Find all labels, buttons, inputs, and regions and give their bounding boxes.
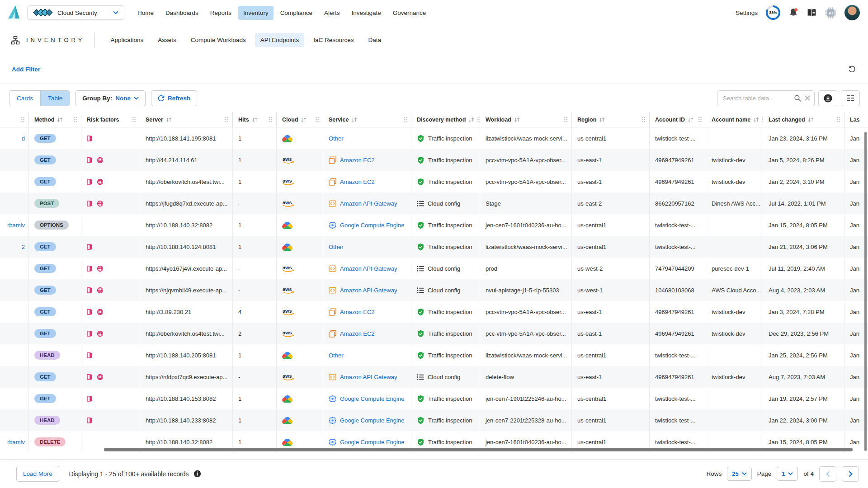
nav-item-dashboards[interactable]: Dashboards [160, 6, 203, 20]
table-row[interactable]: GEThttp://10.188.140.153:80821Google Com… [0, 388, 868, 409]
service-link[interactable]: Google Compute Engine [340, 417, 404, 424]
rows-per-page-select[interactable]: 25 [727, 467, 751, 481]
tab-iac-resources[interactable]: IaC Resources [308, 33, 359, 47]
download-csv-button[interactable] [818, 90, 837, 106]
ai-assistant-icon[interactable]: AI [825, 7, 836, 19]
drag-handle-icon[interactable] [21, 117, 25, 122]
table-row[interactable]: GEThttps://4yo167j4vi.execute-ap...-awsA… [0, 258, 868, 279]
tab-api-endpoints[interactable]: API Endpoints [255, 33, 305, 47]
cards-view-button[interactable]: Cards [9, 91, 40, 106]
drag-handle-icon[interactable] [642, 117, 646, 122]
table-row[interactable]: POSThttps://jfugd8q7xd.execute-ap...-aws… [0, 192, 868, 214]
column-header-server[interactable]: Server [140, 112, 233, 127]
column-header-last_observed[interactable]: Las [844, 112, 868, 127]
page-select[interactable]: 1 [777, 467, 798, 481]
column-header-method[interactable]: Method [29, 112, 81, 127]
column-header-cloud[interactable]: Cloud [277, 112, 323, 127]
table-row[interactable]: GEThttp://oberkovitch.os4test.twi...2aws… [0, 323, 868, 344]
settings-link[interactable]: Settings [736, 9, 758, 16]
refresh-button[interactable]: Refresh [151, 90, 197, 106]
service-link[interactable]: Amazon EC2 [340, 178, 375, 185]
nav-item-home[interactable]: Home [132, 6, 159, 20]
next-page-button[interactable] [842, 466, 859, 482]
nav-item-investigate[interactable]: Investigate [346, 6, 386, 20]
nav-item-reports[interactable]: Reports [205, 6, 236, 20]
service-link[interactable]: Other [329, 352, 344, 359]
search-icon[interactable] [794, 94, 802, 102]
nav-item-alerts[interactable]: Alerts [319, 6, 345, 20]
nav-item-inventory[interactable]: Inventory [238, 6, 274, 20]
service-link[interactable]: Amazon EC2 [340, 330, 375, 337]
horizontal-scrollbar[interactable] [104, 448, 853, 451]
table-row[interactable]: GEThttp://oberkovitch.os4test.twi...1aws… [0, 171, 868, 192]
tab-assets[interactable]: Assets [152, 33, 182, 47]
docs-book-icon[interactable] [807, 9, 817, 17]
load-more-button[interactable]: Load More [16, 466, 59, 482]
nav-item-compliance[interactable]: Compliance [275, 6, 317, 20]
drag-handle-icon[interactable] [132, 117, 136, 122]
group-by-dropdown[interactable]: Group By: None [75, 90, 146, 106]
column-header-risk[interactable]: Risk factors [81, 112, 140, 127]
drag-handle-icon[interactable] [403, 117, 407, 122]
column-header-hits[interactable]: Hits [233, 112, 277, 127]
service-link[interactable]: Amazon EC2 [340, 309, 375, 315]
column-header-region[interactable]: Region [572, 112, 650, 127]
column-header-account_id[interactable]: Account ID [650, 112, 706, 127]
drag-handle-icon[interactable] [698, 117, 702, 122]
previous-page-button[interactable] [819, 466, 836, 482]
drag-handle-icon[interactable] [315, 117, 319, 122]
table-row[interactable]: GEThttps://nfdpxt7qc9.execute-ap...-awsA… [0, 366, 868, 388]
path-link[interactable]: d [22, 135, 25, 142]
tab-applications[interactable]: Applications [105, 33, 149, 47]
reset-filters-icon[interactable] [848, 66, 856, 73]
info-icon[interactable] [193, 470, 201, 478]
tab-data[interactable]: Data [363, 33, 387, 47]
path-link[interactable]: rbamlv [7, 222, 25, 229]
service-link[interactable]: Google Compute Engine [340, 222, 404, 229]
table-view-button[interactable]: Table [40, 91, 70, 106]
notifications-bell-icon[interactable] [788, 8, 798, 18]
drag-handle-icon[interactable] [269, 117, 273, 122]
column-header-discovery[interactable]: Discovery method [411, 112, 480, 127]
service-link[interactable]: Google Compute Engine [340, 439, 404, 446]
cell-method: GET [29, 279, 81, 301]
column-header-service[interactable]: Service [323, 112, 411, 127]
app-switcher-dropdown[interactable]: Cloud Security [27, 5, 124, 20]
column-settings-button[interactable] [841, 90, 860, 106]
vertical-scrollbar[interactable] [864, 132, 867, 451]
add-filter-button[interactable]: Add Filter [12, 66, 40, 73]
user-avatar[interactable] [844, 5, 860, 20]
tab-compute-workloads[interactable]: Compute Workloads [185, 33, 251, 47]
table-row[interactable]: 2GEThttp://10.188.140.124:80811OtherTraf… [0, 236, 868, 258]
clear-search-icon[interactable] [804, 95, 811, 101]
table-row[interactable]: GEThttps://njqvmbii49.execute-ap...-awsA… [0, 279, 868, 301]
service-link[interactable]: Amazon API Gateway [340, 265, 397, 272]
drag-handle-icon[interactable] [564, 117, 568, 122]
usage-progress-ring[interactable]: 83% [766, 5, 780, 20]
service-link[interactable]: Amazon EC2 [340, 157, 375, 164]
table-row[interactable]: rbamlvOPTIONShttp://10.188.140.32:80821G… [0, 214, 868, 236]
drag-handle-icon[interactable] [477, 117, 480, 122]
column-header-workload[interactable]: Workload [480, 112, 572, 127]
drag-handle-icon[interactable] [73, 117, 77, 122]
service-link[interactable]: Other [329, 244, 344, 250]
table-row[interactable]: dGEThttp://10.188.141.195:80811OtherTraf… [0, 127, 868, 149]
table-row[interactable]: GEThttp://3.89.230.214awsAmazon EC2Traff… [0, 301, 868, 323]
column-header-account_name[interactable]: Account name [706, 112, 763, 127]
path-link[interactable]: rbamlv [7, 439, 25, 446]
service-link[interactable]: Amazon API Gateway [340, 374, 397, 380]
table-row[interactable]: HEADhttp://10.188.140.233:80821Google Co… [0, 409, 868, 431]
column-header-path[interactable] [0, 112, 29, 127]
table-row[interactable]: HEADhttp://10.188.140.205:80811OtherTraf… [0, 344, 868, 366]
service-link[interactable]: Amazon API Gateway [340, 287, 397, 294]
service-link[interactable]: Google Compute Engine [340, 395, 404, 402]
nav-item-governance[interactable]: Governance [388, 6, 431, 20]
drag-handle-icon[interactable] [836, 117, 840, 122]
drag-handle-icon[interactable] [225, 117, 229, 122]
service-link[interactable]: Amazon API Gateway [340, 200, 397, 207]
column-header-last_changed[interactable]: Last changed [763, 112, 844, 127]
service-link[interactable]: Other [329, 135, 344, 142]
table-row[interactable]: GEThttp://44.214.114.611awsAmazon EC2Tra… [0, 149, 868, 171]
path-link[interactable]: 2 [22, 244, 25, 250]
table-search-input[interactable] [722, 94, 791, 102]
